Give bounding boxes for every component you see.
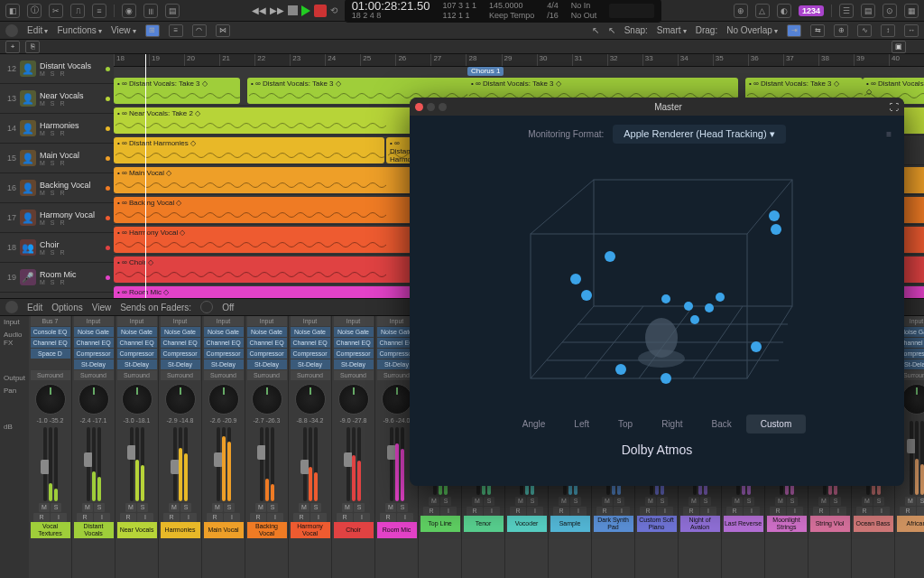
browser-icon[interactable]: ▦ bbox=[904, 4, 919, 18]
atmos-menu-icon[interactable]: ≡ bbox=[886, 129, 892, 139]
atmos-titlebar[interactable]: Master ⛶ bbox=[410, 98, 904, 116]
surround-panner[interactable] bbox=[382, 384, 412, 415]
output-slot[interactable]: Surround bbox=[247, 370, 287, 380]
functions-menu[interactable]: Functions bbox=[57, 25, 102, 35]
input-slot[interactable]: Input bbox=[117, 316, 157, 326]
surround-panner[interactable] bbox=[901, 384, 924, 415]
input-slot[interactable]: Input bbox=[204, 316, 244, 326]
list-view-icon[interactable]: ≡ bbox=[169, 24, 183, 37]
output-slot[interactable]: Surround bbox=[291, 370, 330, 380]
inspector-icon[interactable]: ⓘ bbox=[27, 4, 42, 18]
fader[interactable] bbox=[901, 417, 924, 495]
surround-panner[interactable] bbox=[338, 384, 369, 415]
snap-select[interactable]: Smart bbox=[657, 25, 687, 35]
channel-strip[interactable]: Input Noise GateChannel EQCompressorSt-D… bbox=[202, 316, 245, 578]
mixer-view-menu[interactable]: View bbox=[92, 303, 112, 312]
fader[interactable] bbox=[382, 424, 412, 501]
library-icon[interactable]: ◧ bbox=[5, 4, 20, 18]
fader[interactable] bbox=[165, 424, 196, 501]
notes-icon[interactable]: ▤ bbox=[861, 4, 875, 18]
smart-controls-icon[interactable]: ◉ bbox=[122, 4, 136, 18]
surround-panner[interactable] bbox=[122, 384, 152, 415]
grid-icon[interactable]: ⊞ bbox=[145, 24, 160, 37]
output-slot[interactable]: Surround bbox=[161, 370, 200, 380]
channel-strip[interactable]: Input Noise GateChannel EQCompressorSt-D… bbox=[159, 316, 202, 578]
list-icon[interactable]: ☰ bbox=[839, 4, 854, 18]
audio-region[interactable]: • ∞ Distant Harmonies ◇ bbox=[114, 137, 384, 163]
loops-icon[interactable]: ⊙ bbox=[882, 4, 897, 18]
atmos-tab[interactable]: Custom bbox=[746, 415, 806, 434]
fader[interactable] bbox=[252, 424, 282, 501]
window-controls[interactable] bbox=[415, 103, 447, 111]
mixer-icon[interactable]: ⎍ bbox=[70, 4, 85, 18]
input-slot[interactable]: Input bbox=[247, 316, 287, 326]
output-slot[interactable]: Surround bbox=[117, 370, 157, 380]
input-slot[interactable]: Input bbox=[161, 316, 200, 326]
track-header[interactable]: 13👤Near VocalsM S R bbox=[0, 84, 114, 114]
output-slot[interactable]: Surround bbox=[204, 370, 244, 380]
surround-panner[interactable] bbox=[208, 384, 239, 415]
channel-strip[interactable]: Input Noise GateChannel EQCompressorSt-D… bbox=[332, 316, 375, 578]
channel-strip[interactable]: Bus 7 Console EQChannel EQSpace D Surrou… bbox=[29, 316, 72, 578]
waveform-zoom-icon[interactable]: ∿ bbox=[857, 24, 872, 37]
surround-panner[interactable] bbox=[79, 384, 109, 415]
sends-toggle[interactable] bbox=[200, 301, 213, 313]
monitoring-format-select[interactable]: Apple Renderer (Head Tracking) bbox=[613, 125, 785, 144]
sends-select[interactable]: Off bbox=[222, 303, 234, 312]
track-header[interactable]: 17👤Harmony VocalM S R bbox=[0, 203, 114, 233]
edit-menu[interactable]: Edit bbox=[27, 25, 48, 35]
atmos-3d-view[interactable] bbox=[485, 162, 828, 406]
link-icon[interactable]: ⇆ bbox=[810, 24, 825, 37]
channel-strip[interactable]: Input Noise GateChannel EQCompressorSt-D… bbox=[72, 316, 116, 578]
duplicate-track-icon[interactable]: ⎘ bbox=[25, 41, 40, 53]
audio-region[interactable]: • ∞ Distant Vocals: Take 3 ◇ bbox=[114, 78, 240, 104]
mixer-back-icon[interactable] bbox=[5, 301, 18, 313]
channel-strip[interactable]: Input Noise GateChannel EQCompressorSt-D… bbox=[245, 316, 289, 578]
flex-icon[interactable]: ⋈ bbox=[216, 24, 230, 37]
timeline-ruler[interactable]: 1819202122232425262728293031323334353637… bbox=[114, 54, 924, 67]
track-header[interactable]: 16👤Backing VocalM S R bbox=[0, 173, 114, 203]
vzoom-icon[interactable]: ↕ bbox=[881, 24, 895, 37]
mixer-edit-menu[interactable]: Edit bbox=[27, 303, 42, 312]
mixer-options-menu[interactable]: Options bbox=[51, 303, 82, 312]
mixer2-icon[interactable]: ⫼ bbox=[143, 4, 158, 18]
fader[interactable] bbox=[338, 424, 369, 501]
atmos-window[interactable]: Master ⛶ Monitoring Format: Apple Render… bbox=[410, 98, 904, 486]
count-in-icon[interactable]: ⊕ bbox=[734, 4, 748, 18]
fader[interactable] bbox=[79, 424, 109, 501]
playhead[interactable] bbox=[145, 54, 146, 298]
editor2-icon[interactable]: ▤ bbox=[165, 4, 180, 18]
atmos-tab[interactable]: Right bbox=[647, 415, 697, 434]
input-slot[interactable]: Input bbox=[334, 316, 374, 326]
forward-icon[interactable]: ▶▶ bbox=[270, 5, 284, 15]
editors-icon[interactable]: ≡ bbox=[92, 4, 106, 18]
input-slot[interactable]: Input bbox=[291, 316, 330, 326]
output-slot[interactable]: Surround bbox=[31, 370, 70, 380]
zoom-icon[interactable]: ⊕ bbox=[834, 24, 848, 37]
atmos-tab[interactable]: Back bbox=[698, 415, 746, 434]
surround-panner[interactable] bbox=[165, 384, 196, 415]
input-slot[interactable]: Input bbox=[74, 316, 114, 326]
atmos-tab[interactable]: Left bbox=[559, 415, 604, 434]
marquee-tool-icon[interactable]: ↖ bbox=[608, 25, 615, 35]
play-button[interactable] bbox=[301, 5, 310, 16]
view-menu[interactable]: View bbox=[111, 25, 136, 35]
back-icon[interactable] bbox=[5, 24, 18, 37]
track-header[interactable]: 19🎤Room MicM S R bbox=[0, 263, 114, 293]
expand-icon[interactable]: ⛶ bbox=[890, 102, 899, 112]
fader[interactable] bbox=[122, 424, 152, 501]
catch-icon[interactable]: ⇥ bbox=[787, 24, 801, 37]
output-slot[interactable]: Surround bbox=[334, 370, 374, 380]
add-track-button[interactable]: + bbox=[5, 41, 20, 53]
atmos-tab[interactable]: Top bbox=[604, 415, 647, 434]
stop-button[interactable] bbox=[288, 5, 298, 15]
track-header[interactable]: 15👤Main VocalM S R bbox=[0, 144, 114, 173]
automation-icon[interactable]: ◠ bbox=[192, 24, 207, 37]
channel-strip[interactable]: Input Noise GateChannel EQCompressorSt-D… bbox=[116, 316, 159, 578]
output-slot[interactable]: Surround bbox=[74, 370, 114, 380]
hzoom-icon[interactable]: ↔ bbox=[904, 24, 919, 37]
fader[interactable] bbox=[208, 424, 239, 501]
track-header[interactable]: 12👤Distant VocalsM S R bbox=[0, 54, 114, 84]
track-header[interactable]: 14👤HarmoniesM S R bbox=[0, 114, 114, 144]
track-header[interactable]: 18👥ChoirM S R bbox=[0, 233, 114, 263]
